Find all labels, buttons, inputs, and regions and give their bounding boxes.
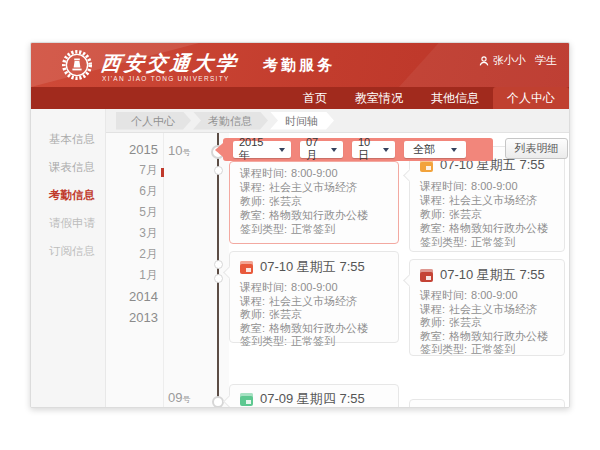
attendance-card[interactable]: 07-10 星期五 7:55 课程时间:8:00-9:00课程:社会主义市场经济…: [409, 259, 565, 356]
type-select[interactable]: 全部: [404, 141, 466, 158]
chevron-down-icon: [279, 148, 285, 152]
card-field: 教室:格物致知行政办公楼: [420, 221, 554, 235]
timeline-nav-2013[interactable]: 2013: [106, 307, 158, 328]
list-detail-button[interactable]: 列表明细: [505, 138, 568, 159]
card-date: 07-10 星期五 7:55: [440, 266, 545, 284]
card-header: 07-10 星期五 7:55: [230, 252, 398, 278]
card-field: 签到类型:正常签到: [240, 222, 388, 236]
card-field: 课程:社会主义市场经济: [240, 295, 388, 309]
main-nav: 首页 教室情况 其他信息 个人中心: [31, 87, 569, 109]
card-field: 签到类型:正常签到: [420, 343, 554, 357]
card-field: 签到类型:正常签到: [240, 335, 388, 349]
timeline-nav-jul[interactable]: 7月: [106, 160, 158, 181]
timeline-nav-jun[interactable]: 6月: [106, 181, 158, 202]
attendance-card[interactable]: 07-09 星期四 7:55: [229, 384, 399, 408]
nav-item-other-info[interactable]: 其他信息: [417, 87, 493, 109]
timeline-nav-feb[interactable]: 2月: [106, 244, 158, 265]
timeline-node: [214, 274, 223, 283]
card-date: 07-10 星期五 7:55: [260, 258, 365, 276]
attendance-card[interactable]: 07-10 星期五 7:55 课程时间:8:00-9:00课程:社会主义市场经济…: [229, 251, 399, 343]
card-field: 课程:社会主义市场经济: [420, 303, 554, 317]
card-date: 07-09 星期四 7:55: [260, 390, 365, 408]
app-title: 考勤服务: [263, 56, 335, 75]
card-fields: 课程时间:8:00-9:00课程:社会主义市场经济教师:张芸京教室:格物致知行政…: [410, 286, 564, 357]
month-select[interactable]: 07月: [300, 141, 343, 158]
university-name-cn: 西安交通大学: [100, 50, 241, 77]
card-fields: 课程时间:8:00-9:00课程:社会主义市场经济教师:张芸京教室:格物致知行政…: [410, 176, 564, 249]
nav-item-classrooms[interactable]: 教室情况: [341, 87, 417, 109]
sidebar: 基本信息 课表信息 考勤信息 请假申请 订阅信息: [31, 109, 106, 408]
timeline-node: [214, 166, 223, 175]
app-window: 西安交通大学 XI'AN JIAO TONG UNIVERSITY 考勤服务 张…: [30, 42, 570, 408]
card-header: 07-10 星期五 7:55: [410, 260, 564, 286]
card-field: 教室:格物致知行政办公楼: [240, 208, 388, 222]
sidebar-item-subscription-info[interactable]: 订阅信息: [31, 237, 105, 265]
active-month-marker: [161, 168, 164, 177]
timeline-panel: 2015 7月 6月 5月 3月 2月 1月 2014 2013 10号 09号…: [106, 133, 570, 408]
timeline-node: [212, 396, 224, 408]
timeline-nav-mar[interactable]: 3月: [106, 223, 158, 244]
day-marker-09: 09号: [168, 390, 190, 405]
nav-item-home[interactable]: 首页: [289, 87, 341, 109]
sidebar-item-attendance-info[interactable]: 考勤信息: [31, 181, 105, 209]
signin-status-icon: [240, 261, 253, 274]
card-header: 07-09 星期四 7:55: [230, 385, 398, 408]
card-field: 教师:张芸京: [420, 207, 554, 221]
breadcrumb-personal-center[interactable]: 个人中心: [116, 112, 191, 130]
person-icon: [479, 56, 489, 66]
attendance-card[interactable]: 07-10 星期五 7:55 课程时间:8:00-9:00课程:社会主义市场经济…: [409, 146, 565, 252]
day-select[interactable]: 10日: [352, 141, 395, 158]
attendance-card[interactable]: 课程时间:8:00-9:00课程:社会主义市场经济教师:张芸京教室:格物致知行政…: [229, 161, 399, 244]
date-filter-ribbon: 2015年 07月 10日 全部: [223, 138, 493, 161]
attendance-card[interactable]: [409, 399, 565, 408]
timeline-nav-jan[interactable]: 1月: [106, 265, 158, 286]
breadcrumb: 个人中心 考勤信息 时间轴: [106, 109, 570, 133]
breadcrumb-timeline[interactable]: 时间轴: [270, 112, 334, 130]
timeline-node: [214, 260, 223, 269]
chevron-down-icon: [331, 148, 337, 152]
card-field: 课程时间:8:00-9:00: [420, 289, 554, 303]
card-fields: 课程时间:8:00-9:00课程:社会主义市场经济教师:张芸京教室:格物致知行政…: [230, 162, 398, 236]
chevron-down-icon: [451, 148, 457, 152]
chevron-down-icon: [383, 148, 389, 152]
card-field: 教室:格物致知行政办公楼: [240, 322, 388, 336]
timeline-nav-may[interactable]: 5月: [106, 202, 158, 223]
card-field: 签到类型:正常签到: [420, 235, 554, 249]
sidebar-item-basic-info[interactable]: 基本信息: [31, 125, 105, 153]
user-name: 张小小: [493, 53, 526, 68]
nav-item-personal-center[interactable]: 个人中心: [493, 87, 569, 109]
app-header: 西安交通大学 XI'AN JIAO TONG UNIVERSITY 考勤服务 张…: [31, 43, 569, 87]
card-field: 课程:社会主义市场经济: [240, 180, 388, 194]
card-field: 课程时间:8:00-9:00: [240, 166, 388, 180]
card-field: 教室:格物致知行政办公楼: [420, 330, 554, 344]
card-field: 教师:张芸京: [240, 308, 388, 322]
card-field: 课程时间:8:00-9:00: [240, 281, 388, 295]
sidebar-item-schedule-info[interactable]: 课表信息: [31, 153, 105, 181]
university-logo-icon: [61, 49, 93, 81]
card-field: 课程:社会主义市场经济: [420, 193, 554, 207]
breadcrumb-attendance-info[interactable]: 考勤信息: [193, 112, 268, 130]
card-field: 课程时间:8:00-9:00: [420, 179, 554, 193]
signin-status-icon: [420, 269, 433, 282]
timeline-nav-2014[interactable]: 2014: [106, 286, 158, 307]
sidebar-item-leave-request[interactable]: 请假申请: [31, 209, 105, 237]
signin-status-icon: [240, 393, 253, 406]
year-select[interactable]: 2015年: [233, 141, 291, 158]
card-field: 教师:张芸京: [240, 194, 388, 208]
university-name-en: XI'AN JIAO TONG UNIVERSITY: [102, 75, 230, 82]
user-menu[interactable]: 张小小 学生: [479, 53, 557, 68]
card-field: 教师:张芸京: [420, 316, 554, 330]
card-fields: 课程时间:8:00-9:00课程:社会主义市场经济教师:张芸京教室:格物致知行政…: [230, 278, 398, 349]
user-role: 学生: [535, 53, 557, 68]
timeline-nav-2015[interactable]: 2015: [106, 139, 158, 160]
timeline-year-month-nav: 2015 7月 6月 5月 3月 2月 1月 2014 2013: [106, 139, 158, 328]
day-marker-10: 10号: [168, 143, 190, 158]
